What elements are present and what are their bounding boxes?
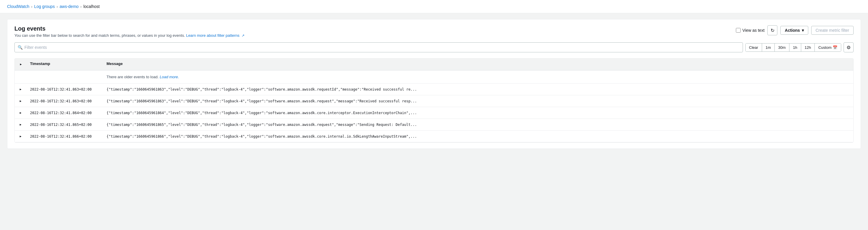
time-btn-custom[interactable]: Custom 📅 (815, 43, 841, 52)
table-row: ► 2022-08-16T12:32:41.865+02:00 {"timest… (15, 119, 853, 131)
actions-dropdown-icon: ▾ (802, 28, 804, 33)
expand-row-4-button[interactable]: ► (18, 134, 23, 139)
breadcrumb: CloudWatch › Log groups › aws-demo › loc… (0, 0, 868, 13)
expand-all-button[interactable]: ► (18, 62, 24, 67)
load-more-link[interactable]: Load more. (160, 75, 179, 79)
filter-bar: 🔍 Clear 1m 30m 1h 12h Custom 📅 ⚙ (14, 42, 854, 52)
view-as-text-checkbox[interactable] (736, 28, 741, 33)
refresh-button[interactable]: ↻ (767, 25, 777, 35)
breadcrumb-sep-1: › (31, 4, 32, 9)
load-more-text: There are older events to load. (106, 75, 159, 79)
row-message-1: {"timestamp":"1660645961863","level":"DE… (103, 95, 853, 107)
row-expand-3: ► (15, 119, 27, 130)
table-row: ► 2022-08-16T12:32:41.866+02:00 {"timest… (15, 131, 853, 142)
row-timestamp-0: 2022-08-16T12:32:41.863+02:00 (27, 84, 103, 95)
learn-more-link[interactable]: Learn more about filter patterns ↗ (186, 33, 245, 38)
th-message: Message (103, 62, 853, 67)
row-expand-2: ► (15, 107, 27, 119)
external-link-icon: ↗ (242, 34, 245, 38)
breadcrumb-sep-3: › (80, 4, 82, 9)
breadcrumb-current: localhost (83, 4, 99, 9)
row-message-4: {"timestamp":"1660645961866","level":"DE… (103, 131, 853, 142)
expand-row-0-button[interactable]: ► (18, 87, 23, 92)
calendar-icon: 📅 (833, 45, 837, 50)
row-message-0: {"timestamp":"1660645961863","level":"DE… (103, 84, 853, 95)
custom-label: Custom (818, 45, 832, 50)
main-panel: Log events You can use the filter bar be… (7, 19, 861, 149)
time-btn-1m[interactable]: 1m (762, 43, 775, 52)
refresh-icon: ↻ (771, 28, 774, 33)
row-message-2: {"timestamp":"1660645961864","level":"DE… (103, 107, 853, 119)
breadcrumb-sep-2: › (57, 4, 58, 9)
page-header-right: View as text ↻ Actions ▾ Create metric f… (736, 25, 854, 35)
row-timestamp-1: 2022-08-16T12:32:41.863+02:00 (27, 95, 103, 107)
actions-label: Actions (785, 28, 800, 33)
settings-button[interactable]: ⚙ (844, 42, 854, 52)
search-input[interactable] (24, 45, 740, 50)
breadcrumb-cloudwatch[interactable]: CloudWatch (7, 4, 29, 9)
actions-button[interactable]: Actions ▾ (780, 26, 808, 35)
expand-row-3-button[interactable]: ► (18, 122, 23, 127)
table-row: ► 2022-08-16T12:32:41.863+02:00 {"timest… (15, 84, 853, 95)
log-events-table: ► Timestamp Message There are older even… (14, 58, 854, 143)
page-title: Log events (14, 25, 245, 32)
table-header: ► Timestamp Message (15, 59, 853, 71)
search-input-wrapper: 🔍 (14, 42, 743, 52)
time-btn-clear[interactable]: Clear (746, 43, 762, 52)
settings-icon: ⚙ (846, 45, 850, 50)
row-expand-0: ► (15, 84, 27, 95)
time-filter-group: Clear 1m 30m 1h 12h Custom 📅 (745, 43, 841, 52)
page-header-left: Log events You can use the filter bar be… (14, 25, 245, 38)
expand-row-2-button[interactable]: ► (18, 110, 23, 116)
view-as-text-label[interactable]: View as text (742, 28, 765, 33)
row-expand-4: ► (15, 131, 27, 142)
th-timestamp: Timestamp (27, 62, 103, 67)
page-header: Log events You can use the filter bar be… (14, 25, 854, 38)
load-more-row: There are older events to load. Load mor… (15, 71, 853, 84)
expand-row-1-button[interactable]: ► (18, 98, 23, 104)
time-btn-12h[interactable]: 12h (801, 43, 815, 52)
time-btn-30m[interactable]: 30m (775, 43, 789, 52)
row-timestamp-2: 2022-08-16T12:32:41.864+02:00 (27, 107, 103, 119)
table-row: ► 2022-08-16T12:32:41.863+02:00 {"timest… (15, 95, 853, 107)
page-description: You can use the filter bar below to sear… (14, 33, 245, 38)
row-timestamp-3: 2022-08-16T12:32:41.865+02:00 (27, 119, 103, 130)
breadcrumb-aws-demo[interactable]: aws-demo (60, 4, 79, 9)
th-expand: ► (15, 62, 27, 67)
row-expand-1: ► (15, 95, 27, 107)
row-message-3: {"timestamp":"1660645961865","level":"DE… (103, 119, 853, 130)
time-btn-1h[interactable]: 1h (789, 43, 801, 52)
view-as-text-group: View as text (736, 28, 765, 33)
breadcrumb-log-groups[interactable]: Log groups (34, 4, 55, 9)
table-row: ► 2022-08-16T12:32:41.864+02:00 {"timest… (15, 107, 853, 119)
row-timestamp-4: 2022-08-16T12:32:41.866+02:00 (27, 131, 103, 142)
search-icon: 🔍 (18, 45, 23, 50)
create-metric-filter-button[interactable]: Create metric filter (811, 26, 854, 35)
